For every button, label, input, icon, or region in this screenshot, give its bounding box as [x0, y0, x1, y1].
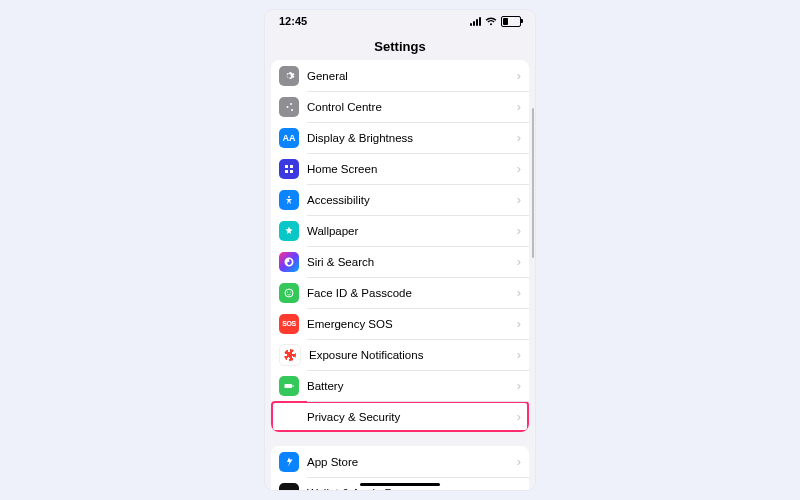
- settings-row-label: Wallet & Apple Pay: [299, 487, 517, 491]
- svg-point-3: [285, 289, 293, 297]
- chevron-right-icon: ›: [517, 454, 521, 469]
- chevron-right-icon: ›: [517, 485, 521, 490]
- settings-row-label: Display & Brightness: [299, 132, 517, 144]
- chevron-right-icon: ›: [517, 254, 521, 269]
- settings-row-privacy[interactable]: Privacy & Security›: [271, 401, 529, 432]
- sos-icon: SOS: [279, 314, 299, 334]
- chevron-right-icon: ›: [517, 99, 521, 114]
- svg-point-0: [290, 103, 292, 105]
- page-title: Settings: [374, 39, 425, 54]
- chevron-right-icon: ›: [517, 161, 521, 176]
- svg-point-4: [287, 291, 288, 292]
- settings-row-general[interactable]: General›: [271, 60, 529, 91]
- phone-frame: 12:45 37 Settings General›Control Centre…: [265, 10, 535, 490]
- chevron-right-icon: ›: [517, 223, 521, 238]
- settings-row-label: App Store: [299, 456, 517, 468]
- settings-row-label: Siri & Search: [299, 256, 517, 268]
- appstore-icon: [279, 452, 299, 472]
- settings-row-exp[interactable]: Exposure Notifications›: [271, 339, 529, 370]
- face-icon: [279, 283, 299, 303]
- flower-icon: [279, 221, 299, 241]
- settings-row-label: Accessibility: [299, 194, 517, 206]
- wallet-icon: [279, 483, 299, 491]
- settings-row-label: Face ID & Passcode: [299, 287, 517, 299]
- svg-point-2: [291, 109, 293, 111]
- home-indicator: [360, 483, 440, 486]
- status-right: 37: [470, 16, 521, 27]
- chevron-right-icon: ›: [517, 285, 521, 300]
- settings-row-label: Wallpaper: [299, 225, 517, 237]
- settings-row-label: Emergency SOS: [299, 318, 517, 330]
- exposure-icon: [279, 344, 301, 366]
- svg-point-1: [287, 106, 289, 108]
- settings-row-label: Control Centre: [299, 101, 517, 113]
- chevron-right-icon: ›: [517, 347, 521, 362]
- chevron-right-icon: ›: [517, 192, 521, 207]
- settings-row-home[interactable]: Home Screen›: [271, 153, 529, 184]
- settings-row-face[interactable]: Face ID & Passcode›: [271, 277, 529, 308]
- status-bar: 12:45 37: [265, 10, 535, 32]
- settings-row-control[interactable]: Control Centre›: [271, 91, 529, 122]
- battery-icon: [279, 376, 299, 396]
- person-icon: [279, 190, 299, 210]
- battery-percent: 37: [502, 16, 520, 22]
- settings-row-access[interactable]: Accessibility›: [271, 184, 529, 215]
- chevron-right-icon: ›: [517, 130, 521, 145]
- grid-icon: [279, 159, 299, 179]
- settings-row-label: Exposure Notifications: [301, 349, 517, 361]
- scroll-indicator: [532, 108, 534, 258]
- settings-row-label: Home Screen: [299, 163, 517, 175]
- settings-row-siri[interactable]: Siri & Search›: [271, 246, 529, 277]
- chevron-right-icon: ›: [517, 378, 521, 393]
- hand-icon: [279, 407, 299, 427]
- settings-row-label: Battery: [299, 380, 517, 392]
- sliders-icon: [279, 97, 299, 117]
- chevron-right-icon: ›: [517, 409, 521, 424]
- siri-icon: [279, 252, 299, 272]
- status-time: 12:45: [279, 15, 307, 27]
- settings-group: General›Control Centre›AADisplay & Brigh…: [271, 60, 529, 432]
- wifi-icon: [485, 17, 497, 26]
- settings-row-label: General: [299, 70, 517, 82]
- nav-bar: Settings: [265, 32, 535, 60]
- cellular-signal-icon: [470, 17, 481, 26]
- settings-row-batt[interactable]: Battery›: [271, 370, 529, 401]
- settings-row-label: Privacy & Security: [299, 411, 517, 423]
- chevron-right-icon: ›: [517, 68, 521, 83]
- svg-point-5: [290, 291, 291, 292]
- settings-row-store[interactable]: App Store›: [271, 446, 529, 477]
- settings-scroll[interactable]: General›Control Centre›AADisplay & Brigh…: [265, 60, 535, 490]
- textsize-icon: AA: [279, 128, 299, 148]
- settings-row-sos[interactable]: SOSEmergency SOS›: [271, 308, 529, 339]
- settings-row-wall[interactable]: Wallpaper›: [271, 215, 529, 246]
- battery-icon: 37: [501, 16, 521, 27]
- chevron-right-icon: ›: [517, 316, 521, 331]
- gear-icon: [279, 66, 299, 86]
- settings-row-display[interactable]: AADisplay & Brightness›: [271, 122, 529, 153]
